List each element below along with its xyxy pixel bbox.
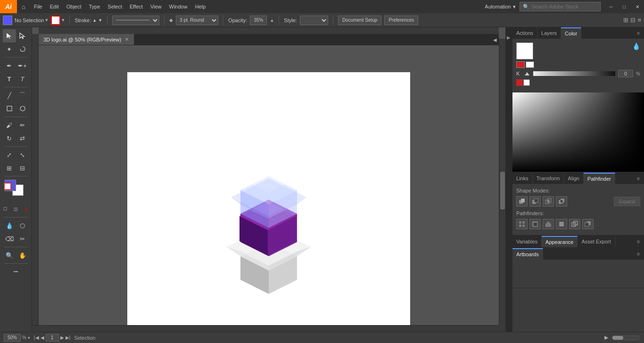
canvas-tab-close-icon[interactable]: ✕ <box>125 37 129 42</box>
crop-btn[interactable] <box>556 219 567 229</box>
distribute-icon[interactable]: ⊟ <box>630 17 636 24</box>
canvas-viewport[interactable] <box>39 45 499 325</box>
color-picker-gradient[interactable] <box>512 92 644 172</box>
search-box[interactable]: 🔍 <box>520 2 601 11</box>
opacity-input[interactable] <box>250 16 267 25</box>
menu-view[interactable]: View <box>147 0 165 13</box>
menu-type[interactable]: Type <box>85 0 104 13</box>
tab-appearance[interactable]: Appearance <box>542 236 578 247</box>
divide-btn[interactable] <box>516 219 528 229</box>
stroke-up-icon[interactable]: ▲ <box>92 18 97 23</box>
dropper-icon[interactable]: 💧 <box>632 42 640 50</box>
horizontal-scrollbar[interactable] <box>32 325 499 332</box>
swatch-red[interactable] <box>516 79 523 86</box>
first-artboard-icon[interactable]: |◀ <box>34 335 39 340</box>
selection-tool[interactable] <box>3 29 16 42</box>
menu-edit[interactable]: Edit <box>46 0 63 13</box>
tab-asset-export[interactable]: Asset Export <box>578 236 615 247</box>
swatch-white[interactable] <box>523 79 530 86</box>
maximize-button[interactable]: □ <box>618 0 631 13</box>
menu-window[interactable]: Window <box>165 0 191 13</box>
variable-width-select[interactable]: ────────── <box>112 16 159 25</box>
menu-help[interactable]: Help <box>191 0 210 13</box>
zoom-input[interactable] <box>4 334 21 342</box>
free-distort-tool[interactable]: ⊞ <box>3 161 16 175</box>
vertical-scrollbar[interactable] <box>499 39 505 325</box>
menu-select[interactable]: Select <box>104 0 126 13</box>
tab-layers[interactable]: Layers <box>537 27 561 39</box>
home-icon[interactable]: ⌂ <box>17 0 30 13</box>
brush-type-select[interactable]: 3 pt. Round <box>176 16 218 25</box>
minimize-button[interactable]: ─ <box>604 0 618 13</box>
tab-transform[interactable]: Transform <box>533 173 564 184</box>
add-anchor-tool[interactable]: ✒+ <box>16 59 29 72</box>
search-input[interactable] <box>531 4 597 9</box>
workspace-selector[interactable]: Automation ▾ <box>481 4 520 10</box>
unite-btn[interactable] <box>516 196 528 207</box>
tab-actions[interactable]: Actions <box>512 27 537 39</box>
collapse-icon[interactable]: ◀ <box>493 37 497 42</box>
toolbar-menu-icon[interactable]: ≡ <box>637 17 641 24</box>
hand-tool[interactable]: ✋ <box>16 249 29 262</box>
opacity-up-icon[interactable]: ▲ <box>270 18 274 23</box>
pencil-tool[interactable]: ✏ <box>16 118 29 132</box>
bottom-panel-menu-btn[interactable]: ≡ <box>633 239 644 244</box>
direct-selection-tool[interactable] <box>16 29 29 42</box>
menu-file[interactable]: File <box>30 0 46 13</box>
prev-artboard-icon[interactable]: ◀ <box>41 335 44 340</box>
more-tools-btn[interactable]: ••• <box>9 265 23 278</box>
tab-align[interactable]: Align <box>564 173 583 184</box>
stroke-dropdown-icon[interactable]: ▾ <box>62 17 65 23</box>
minus-back-btn[interactable] <box>582 219 594 229</box>
expand-btn[interactable]: Expand <box>614 197 640 206</box>
zoom-tool[interactable]: 🔍 <box>3 249 16 262</box>
outline-btn[interactable] <box>569 219 580 229</box>
tab-links[interactable]: Links <box>512 173 533 184</box>
magic-wand-tool[interactable]: ✦ <box>3 42 16 56</box>
fill-small-swatch[interactable] <box>516 61 525 68</box>
scale-tool[interactable]: ⤢ <box>3 148 16 161</box>
arc-tool[interactable]: ⌒ <box>16 89 29 102</box>
line-tool[interactable]: ╱ <box>3 89 16 102</box>
stroke-down-icon[interactable]: ▼ <box>98 18 102 23</box>
tab-artboards[interactable]: Artboards <box>512 248 543 259</box>
arrange-icon[interactable]: ⊞ <box>623 17 628 24</box>
stroke-color-swatch[interactable] <box>51 16 60 25</box>
gradient-mode-btn[interactable]: ◫ <box>10 202 21 216</box>
minus-front-btn[interactable] <box>529 196 541 207</box>
rotate-tool[interactable]: ↻ <box>3 132 16 145</box>
zoom-down-icon[interactable]: ▾ <box>28 335 30 340</box>
lasso-tool[interactable] <box>16 42 29 56</box>
scrollbar-thumb-v[interactable] <box>500 172 505 209</box>
pathfinder-menu-btn[interactable]: ≡ <box>633 176 644 181</box>
k-value-input[interactable] <box>618 70 633 77</box>
fill-color-swatch[interactable] <box>3 16 12 25</box>
pen-tool[interactable]: ✒ <box>3 59 16 72</box>
reflect-tool[interactable]: ⇄ <box>16 132 29 145</box>
panel-collapse-icon[interactable]: ▶ <box>507 35 511 40</box>
none-mode-btn[interactable]: ⊘ <box>21 202 32 216</box>
color-mode-btn[interactable]: ☐ <box>0 202 10 216</box>
rectangle-tool[interactable] <box>3 102 16 115</box>
paintbrush-tool[interactable]: 🖌 <box>3 118 16 132</box>
menu-effect[interactable]: Effect <box>126 0 147 13</box>
trim-btn[interactable] <box>529 219 541 229</box>
preferences-button[interactable]: Preferences <box>384 16 418 25</box>
style-select[interactable] <box>300 16 328 25</box>
touch-type-tool[interactable]: T <box>16 72 29 85</box>
stroke-fill-swatch[interactable] <box>4 183 11 190</box>
puppet-warp-tool[interactable]: ⊟ <box>16 161 29 175</box>
color-white-swatch[interactable] <box>516 42 533 59</box>
menu-object[interactable]: Object <box>63 0 85 13</box>
scissors-tool[interactable]: ✂ <box>16 232 29 245</box>
artboard-num-input[interactable] <box>46 334 59 342</box>
last-artboard-icon[interactable]: ▶| <box>66 335 71 340</box>
intersect-btn[interactable] <box>543 196 554 207</box>
eraser-tool[interactable]: ⌫ <box>3 232 16 245</box>
next-artboard-icon[interactable]: ▶ <box>60 335 64 340</box>
merge-btn[interactable] <box>543 219 554 229</box>
tab-color[interactable]: Color <box>561 27 581 39</box>
blend-tool[interactable]: ⬡ <box>16 219 29 232</box>
canvas-tab[interactable]: 3D logo.ai @ 50% (RGB/Preview) ✕ <box>39 34 134 45</box>
close-button[interactable]: ✕ <box>631 0 644 13</box>
